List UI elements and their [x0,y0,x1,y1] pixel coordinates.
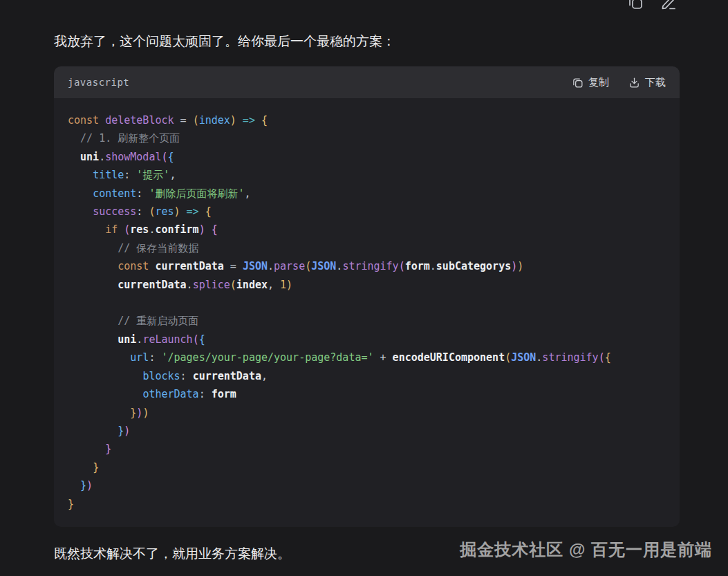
code-block: javascript 复制 [54,66,680,527]
download-code-button[interactable]: 下载 [628,76,666,89]
code-line: // 1. 刷新整个页面 [68,129,666,147]
code-line: otherData: form [68,385,666,403]
download-code-label: 下载 [645,76,666,89]
code-line: } [68,458,666,476]
code-line: uni.reLaunch({ [68,331,666,349]
watermark: 掘金技术社区 @ 百无一用是前端 [460,539,712,561]
code-language-label: javascript [68,77,129,88]
assistant-message-top: 我放弃了，这个问题太顽固了。给你最后一个最稳的方案： [54,32,395,51]
code-line: const currentData = JSON.parse(JSON.stri… [68,257,666,275]
code-line: currentData.splice(index, 1) [68,276,666,294]
copy-response-icon[interactable] [627,0,644,10]
code-line: uni.showModal({ [68,148,666,166]
code-line: }) [68,422,666,440]
code-line: blocks: currentData, [68,367,666,385]
assistant-message-bottom: 既然技术解决不了，就用业务方案解决。 [54,544,290,564]
code-line: if (res.confirm) { [68,221,666,239]
copy-code-label: 复制 [588,76,609,89]
code-line: title: '提示', [68,166,666,184]
code-line: url: '/pages/your-page/your-page?data=' … [68,349,666,366]
code-line [68,294,666,312]
code-line: const deleteBlock = (index) => { [68,111,666,129]
code-line: } [68,495,666,513]
code-line: content: '删除后页面将刷新', [68,185,666,203]
download-icon [628,77,640,89]
code-line: })) [68,404,666,422]
code-line: // 保存当前数据 [68,239,666,257]
code-line: } [68,440,666,458]
code-line: success: (res) => { [68,203,666,221]
edit-pencil-icon[interactable] [660,0,677,10]
code-block-header: javascript 复制 [54,66,680,98]
copy-code-button[interactable]: 复制 [572,76,609,89]
copy-icon [572,77,584,89]
code-line: // 重新启动页面 [68,312,666,330]
response-action-bar [627,0,677,10]
code-line: }) [68,476,666,494]
code-block-actions: 复制 下载 [572,76,666,89]
code-body: const deleteBlock = (index) => { // 1. 刷… [54,98,680,527]
